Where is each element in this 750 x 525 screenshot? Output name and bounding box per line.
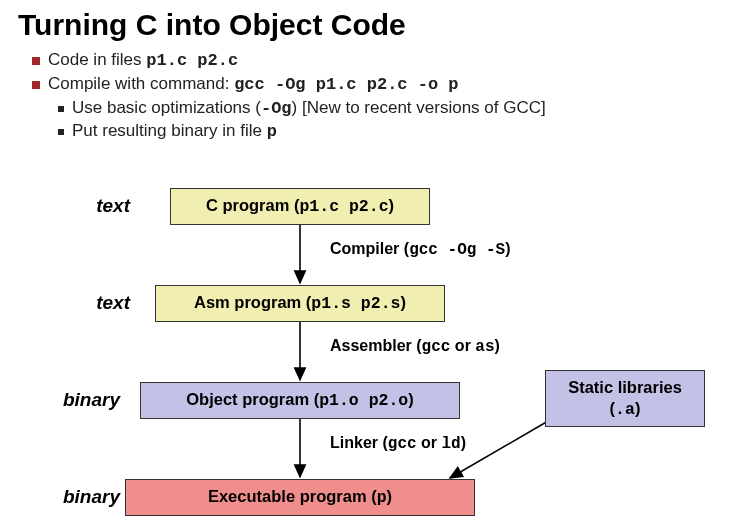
row-label-binary-1: binary — [30, 389, 120, 411]
box-text: ) — [635, 399, 641, 417]
bullet-text: Use basic optimizations ( — [72, 98, 261, 117]
inline-code: -Og — [261, 99, 292, 118]
inline-code: ld — [442, 435, 461, 453]
bullet-text: ) [New to recent versions of GCC] — [292, 98, 546, 117]
inline-code: p1.c p2.c — [146, 51, 238, 70]
subbullet-1: Use basic optimizations (-Og) [New to re… — [18, 98, 732, 118]
bullet-text: Code in files — [48, 50, 146, 69]
inline-code: p — [377, 488, 387, 507]
box-text: ) — [408, 390, 414, 408]
box-text: Object program ( — [186, 390, 319, 408]
box-text: Static libraries — [568, 378, 682, 396]
box-executable: Executable program (p) — [125, 479, 475, 516]
step-text: or — [417, 434, 442, 451]
bullet-list: Code in files p1.c p2.c Compile with com… — [18, 50, 732, 141]
inline-code: gcc -Og p1.c p2.c -o p — [234, 75, 458, 94]
step-text: ) — [461, 434, 466, 451]
bullet-square-icon — [32, 57, 40, 65]
inline-code: gcc -Og -S — [409, 241, 505, 259]
box-asm-program: Asm program (p1.s p2.s) — [155, 285, 445, 322]
step-text: Linker ( — [330, 434, 388, 451]
row-label-text-1: text — [40, 195, 130, 217]
subbullet-2: Put resulting binary in file p — [18, 121, 732, 141]
subbullet-square-icon — [58, 129, 64, 135]
box-text: ) — [400, 293, 406, 311]
bullet-1: Code in files p1.c p2.c — [18, 50, 732, 70]
row-label-binary-2: binary — [30, 486, 120, 508]
step-assembler: Assembler (gcc or as) — [330, 337, 500, 356]
step-compiler: Compiler (gcc -Og -S) — [330, 240, 510, 259]
step-text: ) — [495, 337, 500, 354]
box-text: ) — [387, 487, 393, 505]
step-text: ) — [505, 240, 510, 257]
step-text: Compiler ( — [330, 240, 409, 257]
row-label-text-2: text — [40, 292, 130, 314]
bullet-text: Compile with command: — [48, 74, 234, 93]
inline-code: .a — [615, 400, 635, 419]
step-text: or — [450, 337, 475, 354]
inline-code: gcc — [388, 435, 417, 453]
box-c-program: C program (p1.c p2.c) — [170, 188, 430, 225]
slide-title: Turning C into Object Code — [18, 8, 732, 42]
box-static-libraries: Static libraries (.a) — [545, 370, 705, 427]
inline-code: p1.c p2.c — [299, 197, 388, 216]
inline-code: as — [475, 338, 494, 356]
subbullet-square-icon — [58, 106, 64, 112]
bullet-2: Compile with command: gcc -Og p1.c p2.c … — [18, 74, 732, 94]
inline-code: p1.s p2.s — [311, 294, 400, 313]
box-text: C program ( — [206, 196, 300, 214]
box-text: Asm program ( — [194, 293, 311, 311]
bullet-square-icon — [32, 81, 40, 89]
step-text: Assembler ( — [330, 337, 422, 354]
diagram: text C program (p1.c p2.c) Compiler (gcc… — [0, 170, 750, 525]
inline-code: p — [267, 122, 277, 141]
inline-code: gcc — [422, 338, 451, 356]
inline-code: p1.o p2.o — [319, 391, 408, 410]
step-linker: Linker (gcc or ld) — [330, 434, 466, 453]
box-object-program: Object program (p1.o p2.o) — [140, 382, 460, 419]
bullet-text: Put resulting binary in file — [72, 121, 267, 140]
box-text: ) — [389, 196, 395, 214]
box-text: Executable program ( — [208, 487, 377, 505]
